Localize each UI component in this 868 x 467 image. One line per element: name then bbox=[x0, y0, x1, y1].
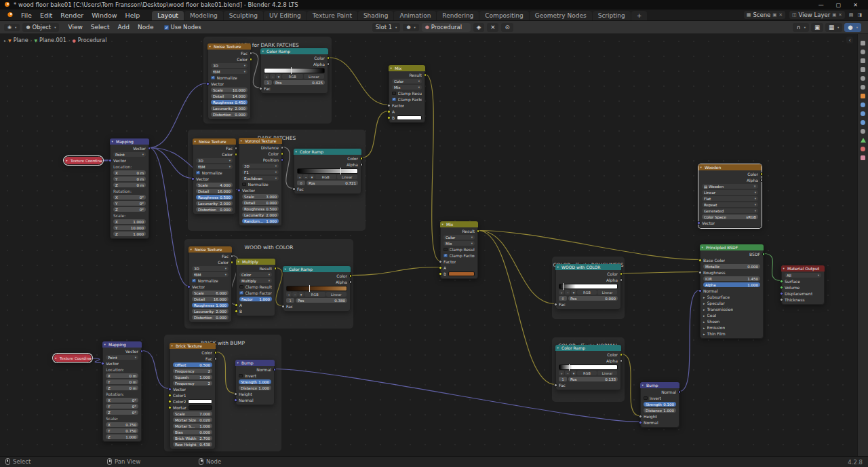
socket-mortar[interactable] bbox=[168, 406, 172, 409]
field-lacunarity[interactable]: Lacunarity2.000 bbox=[196, 201, 233, 206]
sidebar-collapse-icon[interactable]: ‹ bbox=[846, 37, 853, 43]
field-scale[interactable]: Scale4.000 bbox=[196, 183, 233, 187]
node-color-ramp-roughness[interactable]: WOOD with COLORColorAlpha＋－▾RGBLinear0Po… bbox=[555, 264, 621, 310]
field-offset[interactable]: Offset0.500 bbox=[173, 362, 212, 367]
ramp-color-mode-dropdown[interactable]: RGB bbox=[304, 292, 326, 297]
filter-icon[interactable]: ▤ bbox=[849, 12, 854, 18]
field-detail[interactable]: Detail16.000 bbox=[196, 189, 233, 193]
socket-result[interactable] bbox=[274, 267, 277, 270]
workspace-tab-scripting[interactable]: Scripting bbox=[593, 11, 631, 20]
properties-tab-view-layer[interactable] bbox=[861, 67, 865, 72]
properties-tab-material[interactable] bbox=[861, 147, 865, 151]
editor-menu-add[interactable]: Add bbox=[115, 23, 133, 31]
dropdown-color[interactable]: Color▾ bbox=[239, 272, 272, 277]
node-header[interactable]: Voronoi Texture bbox=[239, 138, 282, 144]
socket-alpha[interactable] bbox=[620, 359, 623, 362]
editor-layout-icon[interactable]: ◨ bbox=[857, 12, 862, 18]
socket-color[interactable] bbox=[231, 261, 234, 264]
menu-file[interactable]: File bbox=[17, 11, 36, 20]
socket-b[interactable] bbox=[235, 310, 238, 313]
field-x[interactable]: X0 m bbox=[113, 170, 146, 175]
properties-tab-physics[interactable] bbox=[861, 120, 865, 125]
ramp-tool-button[interactable]: ▾ bbox=[571, 371, 576, 375]
editor-type-button[interactable]: ◉▾ bbox=[4, 24, 20, 31]
dropdown-fbm[interactable]: fBM▾ bbox=[196, 164, 233, 169]
section-expand-icon[interactable]: ▸ bbox=[703, 332, 705, 336]
remove-view-layer-button[interactable]: ✕ bbox=[838, 12, 842, 18]
field-x[interactable]: X1.000 bbox=[113, 219, 146, 224]
section-expand-icon[interactable]: ▸ bbox=[703, 326, 705, 330]
editor-menu-view[interactable]: View bbox=[64, 23, 85, 31]
minimize-button[interactable]: — bbox=[818, 2, 824, 8]
dropdown-generated[interactable]: Generated▾ bbox=[702, 208, 758, 213]
socket-fac[interactable] bbox=[250, 52, 253, 55]
dropdown-point[interactable]: Point▾ bbox=[106, 355, 138, 360]
socket-color[interactable] bbox=[760, 172, 764, 176]
node-principled-bsdf[interactable]: Principled BSDFBSDFBase ColorMetallic0.0… bbox=[700, 244, 764, 339]
checkbox-invert[interactable] bbox=[239, 374, 243, 378]
node-header[interactable]: Multiply bbox=[236, 259, 275, 265]
workspace-tab-sculpting[interactable]: Sculpting bbox=[224, 11, 263, 20]
ramp-position-field[interactable]: Pos0.133 bbox=[568, 377, 618, 381]
checkbox-normalize[interactable] bbox=[211, 76, 215, 80]
socket-color[interactable] bbox=[327, 56, 330, 60]
socket-factor[interactable] bbox=[439, 260, 442, 263]
section-expand-icon[interactable]: ▸ bbox=[703, 295, 705, 299]
socket-result[interactable] bbox=[477, 229, 480, 233]
socket-fac[interactable] bbox=[235, 147, 238, 150]
workspace-tab-rendering[interactable]: Rendering bbox=[437, 11, 479, 20]
field-distortion[interactable]: Distortion0.000 bbox=[211, 112, 248, 117]
field-lacunarity[interactable]: Lacunarity2.000 bbox=[192, 309, 229, 314]
field-x[interactable]: X0° bbox=[106, 398, 138, 403]
dropdown-3d[interactable]: 3D▾ bbox=[192, 266, 229, 271]
editor-menu-node[interactable]: Node bbox=[134, 23, 157, 31]
field-frequency[interactable]: Frequency2 bbox=[173, 369, 212, 373]
socket-normal[interactable] bbox=[639, 421, 642, 424]
field-detail[interactable]: Detail0.000 bbox=[242, 200, 279, 205]
colorramp-gradient[interactable] bbox=[559, 284, 618, 289]
field-color-space[interactable]: Color SpacesRGB bbox=[702, 214, 758, 219]
field-z[interactable]: Z1.000 bbox=[113, 231, 146, 236]
node-bump-final[interactable]: BumpNormalInvertStrength0.100Distance1.0… bbox=[640, 382, 679, 428]
snap-button[interactable]: ∩▾ bbox=[793, 23, 809, 32]
socket-result[interactable] bbox=[424, 73, 427, 77]
dropdown-3d[interactable]: 3D▾ bbox=[242, 164, 279, 168]
ramp-position-field[interactable]: Pos0.425 bbox=[273, 80, 325, 85]
dropdown-mix[interactable]: Mix▾ bbox=[392, 85, 422, 90]
node-header[interactable]: Color Ramp bbox=[294, 149, 361, 155]
unlink-scene-button[interactable]: ✕ bbox=[778, 12, 782, 18]
checkbox-clamp-factor[interactable] bbox=[239, 291, 243, 295]
socket-vector[interactable] bbox=[206, 82, 210, 86]
field-lacunarity[interactable]: Lacunarity2.000 bbox=[242, 212, 279, 217]
field-frequency[interactable]: Frequency2 bbox=[173, 381, 212, 386]
view-layer-selector[interactable]: ◫ View Layer ▣ ✕ bbox=[789, 11, 845, 19]
node-brick-texture[interactable]: Brick TextureColorFacOffset0.500Frequenc… bbox=[170, 343, 216, 449]
socket-alpha[interactable] bbox=[620, 278, 623, 282]
field-brick-width[interactable]: Brick Width2.700 bbox=[173, 436, 212, 441]
node-texture-coordinate-1[interactable]: ▸Texture Coordinate bbox=[64, 156, 103, 165]
blender-menu-icon[interactable] bbox=[3, 12, 17, 19]
menu-window[interactable]: Window bbox=[87, 11, 121, 20]
field-z[interactable]: Z1.000 bbox=[106, 434, 138, 439]
socket-color[interactable] bbox=[349, 274, 353, 278]
socket-color[interactable] bbox=[360, 157, 363, 160]
use-nodes-toggle[interactable]: Use Nodes bbox=[164, 24, 201, 31]
socket-color[interactable] bbox=[281, 152, 284, 155]
node-header[interactable]: Noise Texture bbox=[193, 138, 236, 145]
collapse-icon[interactable]: ▸ bbox=[66, 159, 68, 162]
ramp-interpolation-dropdown[interactable]: Linear bbox=[304, 74, 325, 79]
properties-tab-scene[interactable] bbox=[861, 76, 865, 81]
colorramp-gradient[interactable] bbox=[559, 365, 618, 370]
socket-color[interactable] bbox=[235, 153, 238, 156]
section-expand-icon[interactable]: ▸ bbox=[703, 307, 705, 312]
checkbox-invert[interactable] bbox=[644, 396, 648, 400]
node-mapping-1[interactable]: MappingVectorPoint▾VectorLocation:X0 mY0… bbox=[110, 138, 149, 239]
ramp-color-mode-dropdown[interactable]: RGB bbox=[577, 290, 597, 295]
properties-tab-texture[interactable] bbox=[861, 155, 865, 160]
scene-selector[interactable]: ▦ Scene ▣ ✕ bbox=[744, 11, 785, 19]
image-datablock-wooden[interactable]: ▤ Wooden✕ bbox=[702, 184, 758, 189]
socket-a[interactable] bbox=[235, 303, 238, 307]
socket-b[interactable] bbox=[439, 272, 442, 276]
material-name-field[interactable]: ●Procedural bbox=[422, 23, 471, 32]
socket-alpha[interactable] bbox=[327, 62, 330, 66]
